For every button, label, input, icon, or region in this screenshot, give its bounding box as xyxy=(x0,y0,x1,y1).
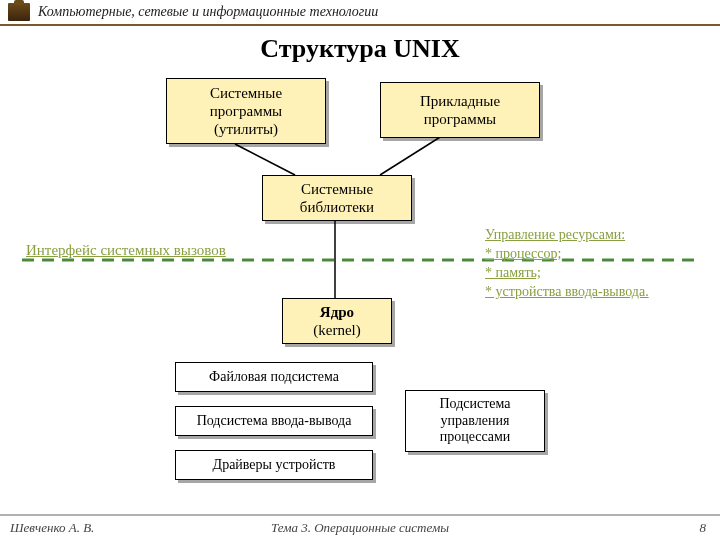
text: программы xyxy=(210,102,282,120)
text: Драйверы устройств xyxy=(213,457,336,474)
text: библиотеки xyxy=(300,198,374,216)
footer-bar: Шевченко А. В. Тема 3. Операционные сист… xyxy=(0,514,720,540)
course-title: Компьютерные, сетевые и информационные т… xyxy=(38,4,378,20)
svg-line-1 xyxy=(380,134,445,175)
text: управления xyxy=(441,413,510,430)
label-syscall-interface: Интерфейс системных вызовов xyxy=(26,242,226,259)
text: Подсистема xyxy=(439,396,510,413)
briefcase-icon xyxy=(8,3,30,21)
note-resources: Управление ресурсами: * процессор; * пам… xyxy=(485,226,705,302)
box-system-utilities: Системные программы (утилиты) xyxy=(166,78,326,144)
footer-topic: Тема 3. Операционные системы xyxy=(0,520,720,536)
text: программы xyxy=(424,110,496,128)
text: Файловая подсистема xyxy=(209,369,339,386)
box-applications: Прикладные программы xyxy=(380,82,540,138)
text: (утилиты) xyxy=(214,120,278,138)
page-title: Структура UNIX xyxy=(0,34,720,64)
footer-page: 8 xyxy=(700,520,707,536)
box-process-management: Подсистема управления процессами xyxy=(405,390,545,452)
text: Подсистема ввода-вывода xyxy=(197,413,352,430)
box-io-subsystem: Подсистема ввода-вывода xyxy=(175,406,373,436)
box-file-subsystem: Файловая подсистема xyxy=(175,362,373,392)
box-system-libraries: Системные библиотеки xyxy=(262,175,412,221)
box-device-drivers: Драйверы устройств xyxy=(175,450,373,480)
svg-line-0 xyxy=(235,144,295,175)
text: Прикладные xyxy=(420,92,500,110)
text: Системные xyxy=(210,84,282,102)
text: Системные xyxy=(301,180,373,198)
box-kernel: Ядро (kernel) xyxy=(282,298,392,344)
footer-author: Шевченко А. В. xyxy=(10,520,94,536)
text: Ядро xyxy=(320,303,354,321)
text: (kernel) xyxy=(313,321,360,339)
text: процессами xyxy=(440,429,511,446)
header-bar: Компьютерные, сетевые и информационные т… xyxy=(0,0,720,26)
